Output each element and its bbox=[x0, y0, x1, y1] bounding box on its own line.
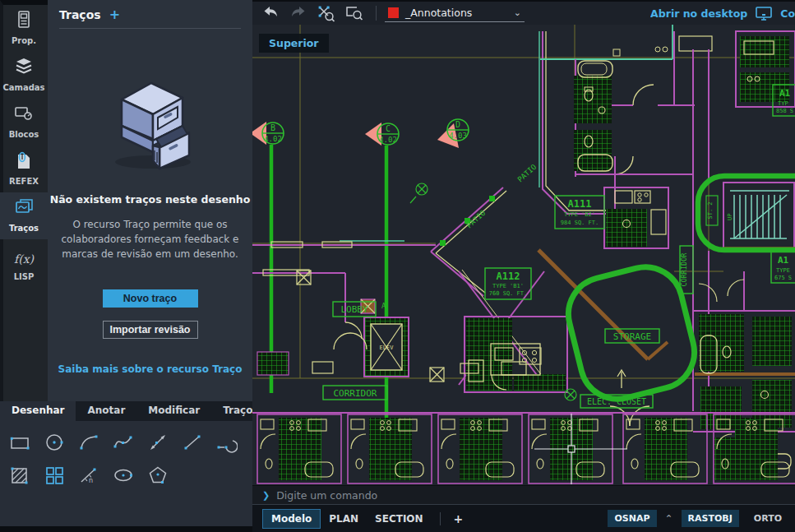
room-label-corridor-bottom[interactable]: CORRIDOR bbox=[323, 386, 387, 400]
add-trace-button[interactable]: + bbox=[109, 8, 120, 21]
units-top-right bbox=[613, 31, 795, 107]
svg-text:675 S: 675 S bbox=[774, 275, 792, 281]
left-icon-rail: Prop. Camadas Blocos REFEX bbox=[0, 0, 48, 401]
bottom-status-bar: Modelo PLAN SECTION + OSNAP ⌃ RASTOBJ OR… bbox=[252, 504, 795, 532]
collaborate-link-clipped[interactable]: Co bbox=[780, 7, 795, 20]
paperclip-document-icon bbox=[14, 151, 34, 169]
circle-tool-icon[interactable] bbox=[43, 431, 66, 454]
command-bar[interactable]: ❯ Digite um comando bbox=[252, 485, 795, 504]
open-in-desktop-link[interactable]: Abrir no desktop bbox=[650, 7, 747, 20]
line-tool-icon[interactable] bbox=[181, 431, 204, 454]
svg-text:4.02: 4.02 bbox=[379, 136, 397, 144]
ribbon-tabs: Desenhar Anotar Modificar Traço bbox=[0, 401, 252, 421]
kitchen-a112 bbox=[465, 317, 567, 392]
properties-icon bbox=[14, 11, 34, 29]
zoom-window-button[interactable] bbox=[344, 4, 364, 22]
empty-state-body: O recurso Traço permite que os colaborad… bbox=[62, 217, 239, 261]
sidebar-item-refex[interactable]: REFEX bbox=[0, 146, 48, 192]
osnap-caret-icon[interactable]: ⌃ bbox=[665, 513, 673, 525]
toolbar-separator bbox=[376, 6, 377, 21]
grid-marker-b[interactable]: B 4.02 bbox=[252, 122, 284, 145]
svg-text:B: B bbox=[270, 123, 275, 132]
ellipse-tool-icon[interactable] bbox=[112, 464, 135, 487]
layout-tab-modelo[interactable]: Modelo bbox=[262, 509, 321, 529]
stairs-up-label: UP bbox=[727, 214, 733, 220]
add-layout-button[interactable]: + bbox=[449, 512, 469, 525]
cad-drawing[interactable]: B 4.02 C 4.02 D 4.03 bbox=[252, 25, 795, 485]
sidebar-label-xref: Blocos bbox=[9, 130, 39, 139]
svg-text:984 SQ. FT.: 984 SQ. FT. bbox=[561, 220, 599, 226]
empty-state-title: Não existem traços neste desenho bbox=[48, 193, 252, 206]
polyline-arc-tool-icon[interactable] bbox=[215, 431, 238, 454]
room-label-partial-lower[interactable]: A1 TYPE 675 S bbox=[771, 252, 795, 283]
survey-symbol-2[interactable] bbox=[565, 389, 576, 400]
room-label-storage[interactable]: STORAGE bbox=[605, 329, 659, 343]
svg-text:858 S: 858 S bbox=[776, 108, 793, 114]
topbar-right: Abrir no desktop Co bbox=[650, 5, 795, 21]
svg-text:TYPE: TYPE bbox=[776, 267, 790, 274]
blocks-tool-icon[interactable] bbox=[43, 464, 66, 487]
dimension-tool-icon[interactable] bbox=[146, 431, 169, 454]
tab-desenhar[interactable]: Desenhar bbox=[0, 401, 76, 421]
traces-icon bbox=[14, 198, 34, 216]
survey-symbol-1[interactable] bbox=[410, 183, 428, 203]
svg-text:CORRIDOR: CORRIDOR bbox=[680, 252, 688, 287]
svg-text:D: D bbox=[455, 120, 460, 129]
sidebar-item-lisp[interactable]: f(x) LISP bbox=[0, 239, 48, 288]
blocks-icon bbox=[14, 104, 34, 123]
room-label-a111[interactable]: A111 TYPE 'B2' 984 SQ. FT. bbox=[555, 196, 604, 229]
rectangle-tool-icon[interactable] bbox=[8, 431, 31, 454]
arc-tool-icon[interactable] bbox=[77, 431, 100, 454]
sidebar-item-layers[interactable]: Camadas bbox=[0, 52, 48, 99]
undo-button[interactable] bbox=[261, 4, 280, 22]
svg-text:TYP: TYP bbox=[778, 100, 788, 107]
tab-modificar[interactable]: Modificar bbox=[136, 401, 211, 421]
learn-more-link[interactable]: Saiba mais sobre o recurso Traço bbox=[48, 363, 252, 375]
drawing-canvas[interactable]: B 4.02 C 4.02 D 4.03 bbox=[252, 25, 795, 485]
osnap-toggle[interactable]: OSNAP bbox=[608, 510, 656, 527]
layer-name: _Annotations bbox=[405, 7, 507, 19]
sidebar-item-traces[interactable]: Traços bbox=[0, 192, 48, 239]
redo-button[interactable] bbox=[289, 4, 308, 22]
sidebar-label-refex: REFEX bbox=[9, 177, 39, 186]
column-mark-a: A bbox=[381, 302, 386, 310]
sidebar-item-blocks[interactable]: Blocos bbox=[0, 99, 48, 146]
new-trace-button[interactable]: Novo traço bbox=[103, 289, 198, 308]
measure-divide-tool-icon[interactable]: n bbox=[77, 464, 100, 487]
sidebar-label-layers: Camadas bbox=[2, 83, 44, 92]
svg-text:TYPE 'B2': TYPE 'B2' bbox=[564, 211, 595, 218]
rastobj-toggle[interactable]: RASTOBJ bbox=[682, 510, 739, 527]
sidebar-item-properties[interactable]: Prop. bbox=[0, 5, 48, 52]
grid-marker-c[interactable]: C 4.02 bbox=[365, 123, 399, 146]
lisp-fx-icon: f(x) bbox=[0, 252, 48, 266]
desktop-monitor-icon bbox=[755, 5, 773, 21]
orto-toggle[interactable]: ORTO bbox=[747, 510, 788, 527]
svg-text:TYPE 'B1': TYPE 'B1' bbox=[492, 283, 524, 289]
hatch-tool-icon[interactable] bbox=[8, 464, 31, 487]
top-toolbar: _Annotations ⌄ Abrir no desktop Co bbox=[252, 0, 795, 25]
viewport-label[interactable]: Superior bbox=[259, 34, 329, 53]
chevron-down-icon: ⌄ bbox=[514, 7, 521, 18]
svg-text:4.02: 4.02 bbox=[264, 135, 282, 143]
status-toggles: OSNAP ⌃ RASTOBJ ORTO bbox=[608, 510, 788, 527]
command-input-placeholder: Digite um comando bbox=[276, 489, 377, 502]
room-label-a112[interactable]: A112 TYPE 'B1' 760 SQ. FT. bbox=[485, 268, 531, 299]
svg-text:760 SQ. FT.: 760 SQ. FT. bbox=[489, 290, 527, 297]
grid-marker-d[interactable]: D 4.03 bbox=[437, 119, 469, 148]
tab-anotar[interactable]: Anotar bbox=[76, 401, 136, 421]
polygon-tool-icon[interactable] bbox=[146, 464, 169, 487]
svg-text:C: C bbox=[386, 124, 391, 133]
layers-icon bbox=[14, 58, 34, 76]
layout-tab-section[interactable]: SECTION bbox=[367, 510, 432, 528]
svg-text:STORAGE: STORAGE bbox=[613, 331, 651, 342]
svg-text:LOBBY: LOBBY bbox=[340, 304, 367, 315]
import-revision-button[interactable]: Importar revisão bbox=[103, 321, 198, 339]
layer-dropdown[interactable]: _Annotations ⌄ bbox=[385, 5, 525, 22]
bath-column-upper-right bbox=[574, 59, 693, 177]
room-label-stair[interactable]: ST. 2 bbox=[706, 196, 718, 225]
layout-tab-plan[interactable]: PLAN bbox=[321, 510, 367, 528]
spline-tool-icon[interactable] bbox=[112, 431, 135, 454]
zoom-object-button[interactable] bbox=[317, 4, 336, 22]
room-label-corridor-right[interactable]: CORRIDOR bbox=[680, 246, 693, 294]
elevator-label: ELEV bbox=[380, 345, 395, 351]
